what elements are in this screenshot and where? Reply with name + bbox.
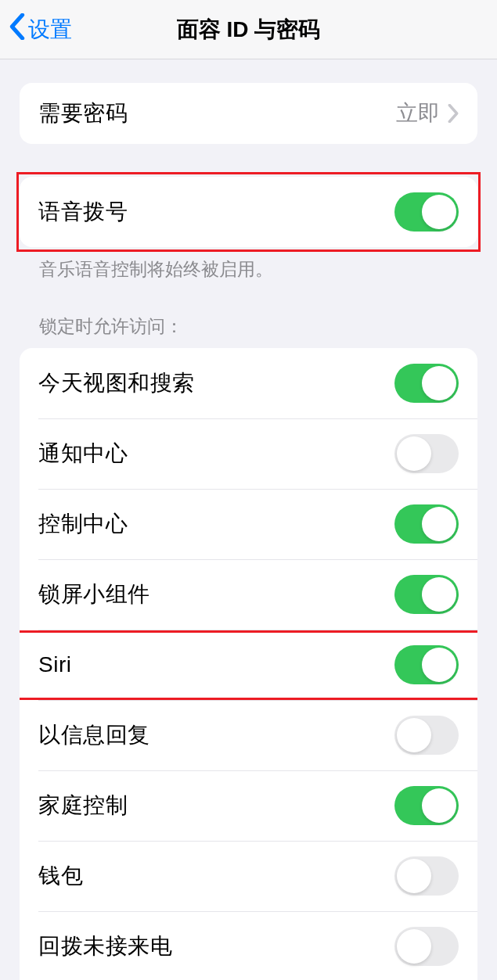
home-control-row: 家庭控制 [20, 770, 477, 841]
notification-center-label: 通知中心 [38, 439, 128, 468]
reply-message-toggle[interactable] [394, 716, 459, 755]
reply-message-label: 以信息回复 [38, 720, 150, 750]
lock-screen-widgets-toggle[interactable] [394, 575, 459, 614]
wallet-row: 钱包 [20, 841, 477, 911]
wallet-toggle[interactable] [394, 856, 459, 896]
lock-screen-widgets-label: 锁屏小组件 [38, 580, 150, 609]
page-title: 面容 ID 与密码 [0, 15, 497, 45]
lock-access-header: 锁定时允许访问： [0, 314, 497, 348]
chevron-left-icon [9, 13, 25, 45]
control-center-toggle[interactable] [394, 504, 459, 544]
siri-label: Siri [38, 652, 71, 677]
home-control-label: 家庭控制 [38, 791, 128, 820]
require-passcode-row[interactable]: 需要密码 立即 [20, 83, 477, 144]
wallet-label: 钱包 [38, 861, 83, 891]
voice-dial-row: 语音拨号 [20, 177, 477, 247]
siri-row: Siri [20, 630, 477, 700]
voice-dial-group: 语音拨号 [20, 177, 477, 247]
lock-access-group: 今天视图和搜索 通知中心 控制中心 锁屏小组件 Siri 以信息回复 家庭控制 [20, 348, 477, 980]
back-label: 设置 [28, 15, 72, 45]
require-passcode-label: 需要密码 [38, 99, 128, 128]
return-missed-calls-label: 回拨未接来电 [38, 932, 172, 961]
today-view-label: 今天视图和搜索 [38, 368, 195, 398]
nav-bar: 设置 面容 ID 与密码 [0, 0, 497, 59]
home-control-toggle[interactable] [394, 786, 459, 825]
require-passcode-value: 立即 [396, 99, 440, 128]
today-view-toggle[interactable] [394, 364, 459, 403]
require-passcode-group: 需要密码 立即 [20, 83, 477, 144]
today-view-row: 今天视图和搜索 [20, 348, 477, 418]
lock-screen-widgets-row: 锁屏小组件 [20, 559, 477, 630]
voice-dial-toggle[interactable] [394, 192, 459, 232]
notification-center-row: 通知中心 [20, 418, 477, 489]
reply-message-row: 以信息回复 [20, 700, 477, 770]
return-missed-calls-row: 回拨未接来电 [20, 911, 477, 980]
back-button[interactable]: 设置 [9, 13, 72, 45]
control-center-label: 控制中心 [38, 509, 128, 539]
voice-dial-label: 语音拨号 [38, 197, 128, 227]
siri-toggle[interactable] [394, 645, 459, 684]
voice-dial-footer: 音乐语音控制将始终被启用。 [0, 247, 497, 282]
chevron-right-icon [448, 104, 459, 123]
return-missed-calls-toggle[interactable] [394, 927, 459, 966]
control-center-row: 控制中心 [20, 489, 477, 559]
notification-center-toggle[interactable] [394, 434, 459, 473]
